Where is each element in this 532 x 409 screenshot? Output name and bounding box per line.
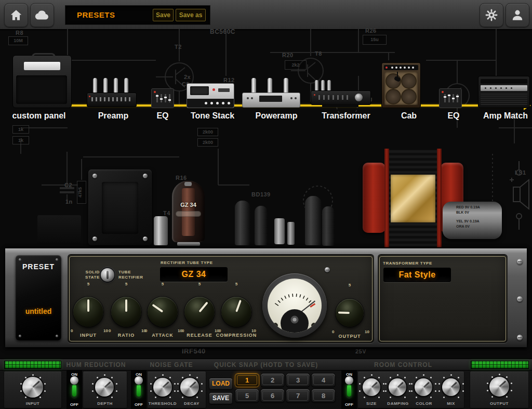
global-input-label: INPUT [4, 401, 61, 406]
settings-button[interactable] [480, 3, 503, 27]
room-color-knob[interactable] [415, 378, 432, 396]
chain-label-preamp[interactable]: Preamp [87, 110, 139, 122]
chain-label-cab[interactable]: Cab [388, 110, 430, 122]
hum-depth-label: DEPTH [83, 401, 127, 406]
output-knob[interactable] [336, 299, 364, 327]
presets-bar: PRESETS Save Save as [65, 5, 210, 25]
quick-snap-button-1[interactable]: 1 [235, 374, 259, 387]
chain-item-tone-stack[interactable] [187, 83, 234, 108]
bias-amp-app: PRESETS Save Save as [0, 0, 532, 409]
chain-label-eq-2[interactable]: EQ [438, 110, 469, 122]
chain-label-tone-stack[interactable]: Tone Stack [181, 110, 244, 122]
transformer-type-display[interactable]: Fat Style [383, 268, 451, 282]
release-knob[interactable] [184, 297, 215, 327]
compression-knob-group: 5 0 10 COMPRESSION [215, 279, 258, 343]
rectifier-tube-type-label: RECTIFIER TUBE TYPE [161, 260, 213, 266]
cloud-button[interactable] [30, 3, 54, 27]
schem-label: BC560C [210, 29, 235, 35]
rack-screw [517, 259, 523, 265]
global-output-panel: OUTPUT [470, 372, 528, 408]
schem-label: R16 [176, 175, 187, 181]
chain-item-amp-match[interactable] [478, 76, 530, 108]
save-button[interactable]: Save [153, 9, 174, 21]
silver-capacitor-image [274, 218, 285, 244]
quick-snap-button-8[interactable]: 8 [312, 389, 335, 402]
chain-item-poweramp[interactable] [242, 78, 299, 107]
quick-snap-button-7[interactable]: 7 [286, 389, 310, 402]
gate-decay-knob[interactable] [180, 378, 199, 397]
rack-screw [517, 296, 523, 302]
global-input-panel: INPUT [4, 372, 61, 408]
chain-item-custom-panel[interactable] [12, 55, 72, 108]
black-capacitor-image [305, 196, 322, 245]
chain-item-preamp[interactable] [87, 78, 136, 107]
room-control-switch[interactable] [346, 377, 352, 398]
home-icon [9, 8, 23, 22]
room-off-label: OFF [341, 402, 357, 407]
scale-mid: 5 [349, 283, 351, 287]
input-knob[interactable] [73, 297, 103, 327]
rectifier-tube-image: GZ 34 [172, 181, 205, 244]
quick-snap-button-6[interactable]: 6 [261, 389, 284, 402]
black-capacitor-image [235, 201, 250, 245]
silver-capacitor-image [287, 222, 295, 245]
ratio-knob[interactable] [111, 297, 141, 327]
quick-snap-load-button[interactable]: LOAD [209, 378, 232, 389]
preset-name[interactable]: untitled [16, 307, 61, 315]
bottom-control-bar: HUM REDUCTION NOISE GATE QUICK SNAP (HOT… [0, 359, 532, 409]
attack-knob[interactable] [148, 297, 178, 327]
quick-snap-save-button[interactable]: SAVE [209, 393, 232, 404]
chain-label-amp-match[interactable]: Amp Match [474, 110, 532, 122]
room-size-knob[interactable] [363, 378, 380, 396]
chain-label-eq-1[interactable]: EQ [147, 110, 178, 122]
global-output-knob[interactable] [489, 377, 509, 397]
chain-item-eq-1[interactable] [151, 88, 174, 108]
schem-box: 47k5 [77, 181, 86, 204]
chain-item-eq-2[interactable] [439, 88, 462, 108]
chain-item-transformer[interactable] [311, 75, 370, 107]
transformer-type-panel: TRANSFORMER TYPE Fat Style [378, 255, 508, 343]
room-control-header: ROOM CONTROL [364, 361, 443, 368]
gray-capacitor-image: RED 9V 0.19A BLK 0V YEL 9V 0.19A ORA 0V [443, 202, 502, 239]
chain-label-custom-panel[interactable]: custom panel [3, 110, 75, 122]
presets-menu[interactable]: PRESETS [77, 10, 115, 20]
schem-box: 2k2 [285, 60, 307, 70]
switch-handle [345, 376, 353, 385]
global-input-knob[interactable] [22, 377, 43, 398]
room-mix-knob[interactable] [442, 378, 460, 396]
noise-gate-switch[interactable] [136, 377, 142, 398]
input-level-meter [4, 361, 61, 369]
chain-label-poweramp[interactable]: Poweramp [245, 110, 308, 122]
vu-meter [262, 273, 327, 338]
chain-item-cab[interactable] [381, 62, 421, 108]
noise-gate-panel: THRESHOLD DECAY [148, 372, 206, 408]
schem-label: R8 [16, 30, 23, 36]
preset-plate[interactable]: PRESET untitled [16, 255, 61, 340]
schem-label: R26 [365, 28, 377, 34]
quick-snap-button-2[interactable]: 2 [261, 374, 284, 387]
gate-threshold-knob[interactable] [153, 378, 172, 397]
quick-snap-button-3[interactable]: 3 [286, 374, 310, 387]
compression-knob[interactable] [221, 297, 251, 327]
room-control-panel: SIZE DAMPING COLOR MIX [358, 372, 464, 408]
quick-snap-button-4[interactable]: 4 [312, 374, 335, 387]
switch-handle [70, 376, 78, 385]
home-button[interactable] [4, 3, 28, 27]
schem-label: R20 [282, 52, 294, 58]
noise-gate-switch-panel: ON OFF [131, 371, 147, 409]
quick-snap-header: QUICK SNAP (HOTD TO SAVE) [208, 361, 324, 368]
scale-mid: 5 [125, 282, 127, 286]
chain-label-transformer[interactable]: Transformer [315, 110, 377, 122]
hum-reduction-switch[interactable] [71, 377, 77, 398]
save-as-button[interactable]: Save as [176, 9, 206, 21]
gate-decay-label: DECAY [178, 401, 206, 406]
panel-screw [325, 267, 330, 272]
cloud-icon [34, 9, 50, 21]
quick-snap-button-5[interactable]: 5 [235, 389, 259, 402]
account-button[interactable] [506, 3, 529, 27]
hum-depth-knob[interactable] [95, 378, 114, 397]
cap-wire-label: ORA 0V [456, 224, 480, 229]
room-damping-knob[interactable] [389, 378, 406, 396]
transformer-rack-unit: PRESET untitled SOLID STATE TUBE RECTIFI… [5, 248, 527, 347]
topbar: PRESETS Save Save as [0, 0, 532, 30]
